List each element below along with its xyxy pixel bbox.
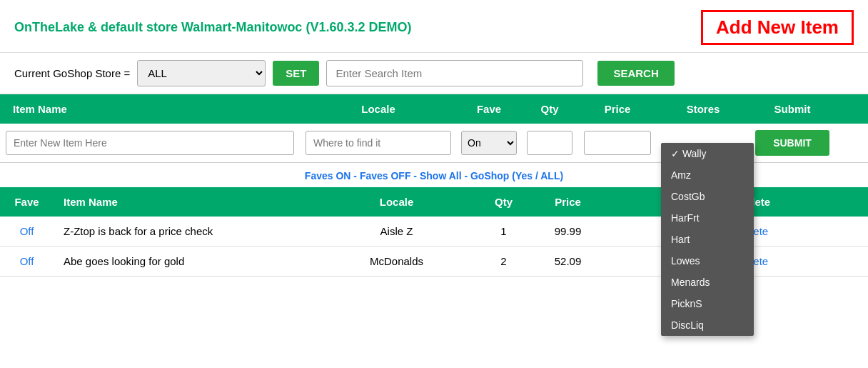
faves-on-link[interactable]: Faves ON	[305, 170, 351, 181]
price-input[interactable]: 9.99	[584, 131, 651, 155]
stores-option-discliq[interactable]: DiscLiq	[661, 314, 754, 336]
search-button[interactable]: SEARCH	[597, 61, 674, 86]
row-price: 99.99	[533, 217, 604, 246]
data-col-item-name: Item Name	[54, 187, 318, 217]
search-input[interactable]	[326, 60, 583, 86]
stores-option-harfrt[interactable]: HarFrt	[661, 207, 754, 229]
row-fave[interactable]: Off	[0, 247, 54, 276]
add-new-label[interactable]: Add New Item	[701, 10, 854, 45]
col-header-locale: Locale	[300, 94, 457, 124]
col-header-qty: Qty	[521, 94, 578, 124]
submit-button[interactable]: SUBMIT	[755, 130, 829, 156]
col-header-fave: Fave	[457, 94, 521, 124]
data-col-price: Price	[533, 187, 604, 217]
row-locale: Aisle Z	[318, 217, 475, 246]
table-header-top: Item Name Locale Fave Qty Price Stores S…	[0, 94, 868, 124]
stores-option-menards[interactable]: Menards	[661, 272, 754, 293]
set-button[interactable]: SET	[273, 61, 319, 86]
stores-option-amz[interactable]: Amz	[661, 164, 754, 186]
col-header-price: Price	[578, 94, 657, 124]
sep3: -	[462, 170, 470, 181]
sep1: -	[350, 170, 359, 181]
stores-dropdown-menu[interactable]: ✓ WallyAmzCostGbHarFrtHartLowesMenardsPi…	[661, 143, 754, 336]
stores-option-hart[interactable]: Hart	[661, 229, 754, 250]
stores-option-pickns[interactable]: PicknS	[661, 293, 754, 314]
new-item-locale-input[interactable]	[306, 131, 451, 155]
row-item-name: Z-Ztop is back for a price check	[54, 217, 318, 246]
col-header-submit: Submit	[750, 94, 835, 124]
show-all-link[interactable]: Show All	[420, 170, 462, 181]
stores-option-wally[interactable]: ✓ Wally	[661, 143, 754, 164]
new-item-name-input[interactable]	[6, 131, 294, 155]
col-header-stores: Stores	[657, 94, 750, 124]
data-col-locale: Locale	[318, 187, 475, 217]
stores-option-lowes[interactable]: Lowes	[661, 250, 754, 272]
new-item-row: OnOff 1 9.99 ✓ WallyAmzCostGbHarFrtHartL…	[0, 124, 868, 163]
col-header-item-name: Item Name	[0, 94, 300, 124]
row-fave[interactable]: Off	[0, 217, 54, 246]
row-qty: 2	[475, 247, 533, 276]
store-label: Current GoShop Store =	[14, 67, 130, 79]
data-col-qty: Qty	[475, 187, 533, 217]
stores-option-costgb[interactable]: CostGb	[661, 186, 754, 207]
store-select[interactable]: ALLWallyAmzCostGbHarFrtHartLowesMenardsP…	[137, 60, 266, 86]
goshop-link[interactable]: GoShop (Yes / ALL)	[470, 170, 563, 181]
app-title: OnTheLake & default store Walmart-Manito…	[14, 20, 411, 35]
row-item-name: Abe goes looking for gold	[54, 247, 318, 276]
qty-input[interactable]: 1	[527, 131, 572, 155]
row-qty: 1	[475, 217, 533, 246]
row-price: 52.09	[533, 247, 604, 276]
fave-select[interactable]: OnOff	[461, 131, 517, 155]
top-bar: OnTheLake & default store Walmart-Manito…	[0, 0, 868, 52]
store-bar: Current GoShop Store = ALLWallyAmzCostGb…	[0, 52, 868, 94]
sep2: -	[410, 170, 419, 181]
data-col-fave: Fave	[0, 187, 54, 217]
row-locale: McDonalds	[318, 247, 475, 276]
faves-off-link[interactable]: Faves OFF	[360, 170, 411, 181]
